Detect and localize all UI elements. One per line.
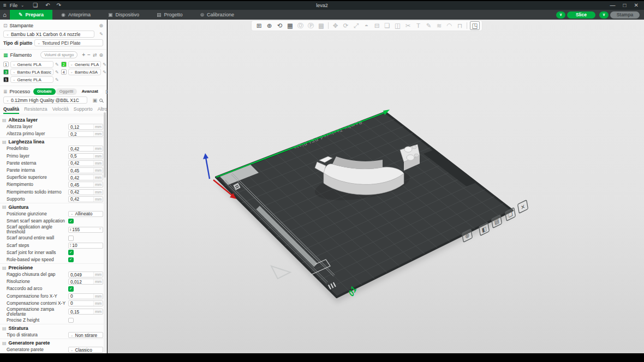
param-value-input[interactable]: 0,12mm — [68, 124, 103, 130]
param-select[interactable]: ⌄Non stirare — [68, 332, 103, 338]
tab-prepara[interactable]: ✎Prepara — [10, 10, 52, 20]
filament-select[interactable]: ⌄Generic PLA — [10, 61, 53, 68]
filament-color-chip[interactable]: 1 — [3, 62, 9, 67]
close-button[interactable]: ✕ — [634, 3, 639, 8]
param-value-input[interactable]: 0,45mm — [68, 167, 103, 173]
printer-settings-gear-icon[interactable]: ⊛ — [99, 23, 103, 28]
filament-edit-icon[interactable]: ✎ — [55, 77, 59, 82]
process-preset-select[interactable]: ⌄ 0.12mm High Quality @BBL X1C — [3, 96, 87, 104]
param-select[interactable]: ⌄Allineato — [68, 211, 103, 217]
tab-progetto[interactable]: ▤Progetto — [148, 10, 192, 20]
sync-filament-icon[interactable]: ⇄ — [93, 52, 97, 58]
home-tab[interactable]: ⌂ — [0, 10, 10, 20]
slice-button[interactable]: Slice — [567, 11, 595, 19]
remove-filament-button[interactable]: − — [87, 53, 91, 57]
add-plate-icon[interactable]: ⊕ — [264, 21, 275, 31]
param-value-input[interactable]: 0,42mm — [68, 174, 103, 180]
param-value-input[interactable]: 0,15mm — [68, 309, 103, 315]
filament-select[interactable]: ⌄Generic PLA — [68, 61, 102, 68]
scope-global-pill[interactable]: Globale — [33, 88, 56, 95]
filament-edit-icon[interactable]: ✎ — [103, 62, 106, 67]
restore-button[interactable]: □ — [623, 3, 627, 8]
save-preset-icon[interactable]: ▣ — [92, 98, 97, 103]
file-menu[interactable]: File — [10, 3, 18, 8]
seam-painting-icon[interactable]: ◠ — [444, 21, 455, 31]
add-model-icon[interactable]: ⊞ — [254, 21, 264, 31]
move-icon[interactable]: ✥ — [330, 21, 341, 31]
filament-edit-icon[interactable]: ✎ — [55, 70, 59, 75]
scale-icon[interactable]: ⤢ — [351, 21, 361, 31]
param-spinner[interactable]: ▴▾10 — [68, 243, 103, 249]
param-value-input[interactable]: 0mm — [68, 293, 103, 299]
param-spinner[interactable]: ▴▾155° — [68, 227, 103, 233]
process-tab-qualità[interactable]: Qualità — [3, 106, 19, 114]
scope-objects-pill[interactable]: Oggetti — [56, 88, 77, 95]
clone-icon[interactable]: ❏ — [382, 21, 392, 31]
process-tab-supporto[interactable]: Supporto — [74, 106, 93, 114]
filament-color-chip[interactable]: 3 — [3, 69, 9, 75]
auto-orient-icon[interactable]: ⟲ — [275, 21, 285, 31]
param-checkbox[interactable] — [68, 236, 74, 241]
undo-icon[interactable]: ↶ — [45, 3, 50, 8]
tab-anteprima[interactable]: ◉Anteprima — [52, 10, 99, 20]
param-value-input[interactable]: 0,42mm — [68, 196, 103, 202]
param-checkbox[interactable]: ✓ — [68, 250, 74, 255]
plate-type-select[interactable]: ⌄ Textured PEI Plate — [34, 39, 103, 46]
param-checkbox[interactable]: ✓ — [68, 219, 74, 224]
print-button[interactable]: Stampa — [610, 11, 640, 19]
chevron-down-icon[interactable]: ⌄ — [21, 3, 24, 8]
printer-preset-select[interactable]: ⌄ Bambu Lab X1 Carbon 0.4 nozzle — [3, 31, 94, 38]
add-filament-button[interactable]: + — [82, 53, 85, 57]
variable-layer-height-icon[interactable]: ▩ — [316, 21, 326, 31]
filament-color-chip[interactable]: 2 — [61, 62, 67, 67]
assembly-view-icon[interactable]: ◳ — [470, 21, 480, 30]
printer-edit-icon[interactable]: ✎ — [99, 32, 103, 37]
new-project-icon[interactable]: ❏ — [33, 3, 38, 8]
mirror-icon[interactable]: ◫ — [392, 21, 403, 31]
sidebar-scrollbar[interactable] — [104, 112, 106, 352]
build-plate[interactable] — [216, 112, 512, 297]
param-select[interactable]: ⌄Classico — [68, 347, 103, 353]
slice-dropdown-button[interactable]: ∨ — [556, 11, 565, 19]
param-value-input[interactable]: 0,42mm — [68, 146, 103, 152]
search-preset-icon[interactable] — [99, 99, 103, 102]
split-to-objects-icon[interactable]: Ⓞ — [295, 21, 306, 31]
viewport-3d[interactable]: ⊞⊕⟲▦ⓄⓅ▩✥⟳⤢◓⊟❏◫✂T✎≋◠⊓◳ Bambu Textured PEI… — [108, 20, 644, 353]
param-checkbox[interactable]: ✓ — [68, 257, 74, 263]
process-tab-velocità[interactable]: Velocità — [52, 106, 69, 114]
filament-select[interactable]: ⌄Bambu PLA Basic — [10, 69, 53, 75]
fuzzy-skin-icon[interactable]: ≋ — [434, 21, 444, 31]
filament-select[interactable]: ⌄Generic PLA — [10, 76, 53, 83]
cut-icon[interactable]: ✂ — [403, 21, 413, 31]
param-checkbox[interactable]: ✓ — [68, 286, 74, 292]
param-value-input[interactable]: 0,5mm — [68, 153, 103, 159]
filament-edit-icon[interactable]: ✎ — [103, 70, 106, 75]
param-value-input[interactable]: 0mm — [68, 300, 103, 306]
param-value-input[interactable]: 0,42mm — [68, 160, 103, 166]
scene-canvas[interactable]: Bambu Textured PEI Plate 01 — [108, 20, 644, 353]
tab-dispositivo[interactable]: ▣Dispositivo — [99, 10, 148, 20]
param-value-input[interactable]: 0,42mm — [68, 189, 103, 195]
filament-select[interactable]: ⌄Bambu ASA — [68, 69, 102, 75]
support-painting-icon[interactable]: ⊓ — [455, 21, 465, 31]
filament-settings-gear-icon[interactable]: ⊛ — [99, 52, 103, 58]
param-value-input[interactable]: 0,45mm — [68, 182, 103, 188]
filament-color-chip[interactable]: 5 — [3, 77, 9, 82]
plate-delete-icon[interactable]: ✕ — [517, 200, 528, 213]
redo-icon[interactable]: ↷ — [57, 3, 61, 8]
param-value-input[interactable]: 0,012mm — [68, 279, 103, 285]
filament-edit-icon[interactable]: ✎ — [55, 62, 59, 67]
split-to-parts-icon[interactable]: Ⓟ — [306, 21, 316, 31]
split-icon[interactable]: ⊟ — [372, 21, 382, 31]
hamburger-icon[interactable]: ≡ — [3, 3, 7, 8]
filament-color-chip[interactable]: 4 — [61, 69, 67, 75]
param-value-input[interactable]: 0,2mm — [68, 131, 103, 137]
param-value-input[interactable]: 0,049mm — [68, 272, 103, 277]
rotate-icon[interactable]: ⟳ — [341, 21, 351, 31]
arrange-all-icon[interactable]: ▦ — [285, 21, 295, 31]
lay-on-face-icon[interactable]: ◓ — [361, 21, 372, 31]
param-checkbox[interactable] — [68, 318, 74, 323]
minimize-button[interactable]: — — [610, 3, 616, 8]
tab-calibrazione[interactable]: ⊚Calibrazione — [192, 10, 243, 20]
color-painting-icon[interactable]: ✎ — [424, 21, 434, 31]
